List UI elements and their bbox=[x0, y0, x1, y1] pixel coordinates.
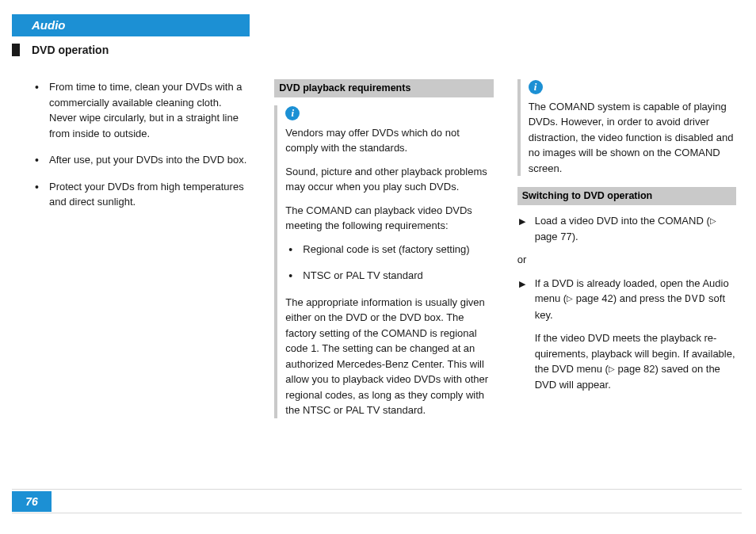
section-heading-switching: Switching to DVD operation bbox=[517, 187, 736, 205]
step-item: ▶ Load a video DVD into the COMAND ( pag… bbox=[517, 213, 736, 244]
footer-rule bbox=[12, 513, 742, 513]
softkey-label: DVD bbox=[685, 293, 705, 305]
step-text: Load a video DVD into the COMAND ( page … bbox=[535, 215, 716, 242]
column-3: i The COMAND system is capable of playin… bbox=[517, 79, 736, 479]
paragraph: The COMAND can playback video DVDs meeti… bbox=[285, 203, 493, 234]
list-item: From time to time, clean your DVDs with … bbox=[32, 79, 250, 141]
paragraph: The appropriate information is usually g… bbox=[285, 295, 493, 418]
section-subtitle: DVD operation bbox=[32, 44, 109, 56]
info-icon: i bbox=[285, 106, 300, 120]
manual-page: Audio DVD operation From time to time, c… bbox=[0, 0, 756, 534]
pageref-icon bbox=[567, 292, 573, 304]
column-2: DVD playback requirements i Vendors may … bbox=[274, 79, 493, 479]
column-1: From time to time, clean your DVDs with … bbox=[32, 79, 250, 479]
step-list: ▶ If a DVD is already loaded, open the A… bbox=[517, 276, 736, 393]
requirements-bullets: Regional code is set (factory setting) N… bbox=[285, 242, 493, 284]
info-block: i Vendors may offer DVDs which do not co… bbox=[274, 105, 493, 418]
info-block: i The COMAND system is capable of playin… bbox=[517, 79, 736, 176]
text-run: page 77). bbox=[535, 231, 578, 242]
paragraph: The COMAND system is capable of playing … bbox=[529, 99, 736, 177]
care-bullets: From time to time, clean your DVDs with … bbox=[32, 79, 250, 210]
page-number: 76 bbox=[12, 491, 52, 512]
info-icon: i bbox=[529, 80, 543, 94]
edge-tab bbox=[12, 44, 20, 56]
list-item: Protect your DVDs from high temperatures… bbox=[32, 179, 250, 210]
paragraph: Sound, picture and other playback proble… bbox=[285, 164, 493, 195]
list-item: After use, put your DVDs into the DVD bo… bbox=[32, 152, 250, 168]
or-separator: or bbox=[517, 252, 736, 268]
section-heading-playback: DVD playback requirements bbox=[274, 79, 493, 97]
footer-rule bbox=[12, 489, 742, 490]
content-columns: From time to time, clean your DVDs with … bbox=[32, 79, 736, 479]
step-text: If the video DVD meets the playback re­q… bbox=[535, 330, 736, 392]
step-list: ▶ Load a video DVD into the COMAND ( pag… bbox=[517, 213, 736, 244]
text-run: Load a video DVD into the COMAND ( bbox=[535, 215, 710, 227]
list-item: Regional code is set (factory setting) bbox=[285, 242, 493, 257]
paragraph: Vendors may offer DVDs which do not comp… bbox=[285, 125, 493, 156]
text-run: page 42) and press the bbox=[573, 292, 685, 304]
pageref-icon bbox=[710, 215, 716, 227]
list-item: NTSC or PAL TV standard bbox=[285, 268, 493, 284]
step-text: If a DVD is already loaded, open the Au­… bbox=[535, 276, 736, 323]
pageref-icon bbox=[609, 363, 615, 375]
step-arrow-icon: ▶ bbox=[519, 215, 525, 228]
step-arrow-icon: ▶ bbox=[519, 277, 525, 291]
step-item: ▶ If a DVD is already loaded, open the A… bbox=[517, 276, 736, 393]
chapter-title: Audio bbox=[12, 14, 250, 36]
